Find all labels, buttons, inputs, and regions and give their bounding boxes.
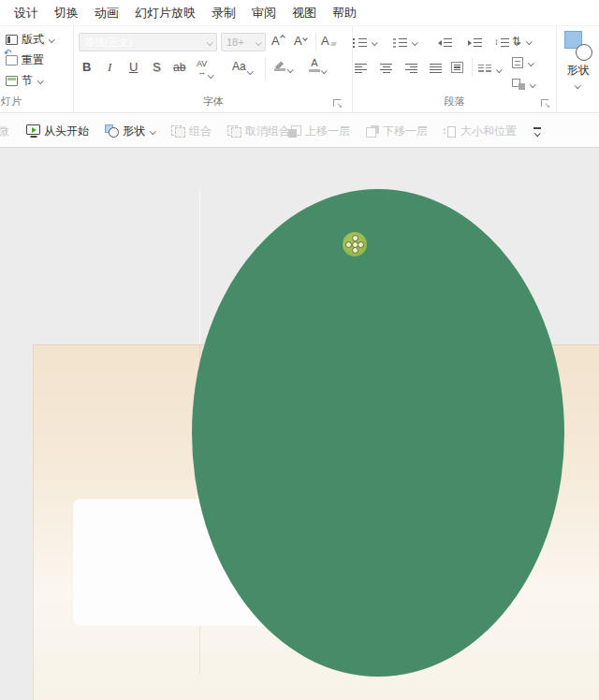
toolbar-more-button[interactable] — [533, 123, 541, 139]
font-color-button[interactable]: A — [309, 58, 327, 72]
chevron-down-icon — [256, 39, 261, 45]
more-options-icon — [533, 127, 541, 135]
slide-canvas[interactable] — [0, 148, 599, 700]
font-group-label: 字体 — [75, 95, 352, 109]
chevron-down-icon — [372, 39, 377, 45]
cursor-click-badge-icon — [343, 232, 367, 256]
italic-button[interactable]: I — [108, 60, 111, 75]
menu-item-review[interactable]: 审阅 — [252, 5, 276, 22]
menu-item-slideshow[interactable]: 幻灯片放映 — [135, 5, 196, 22]
increase-indent-icon — [468, 37, 482, 48]
align-left-button[interactable] — [355, 60, 367, 77]
distributed-button[interactable] — [451, 59, 463, 76]
decrease-indent-button[interactable] — [438, 34, 452, 51]
bring-forward-icon — [288, 125, 301, 138]
distributed-icon — [451, 62, 463, 73]
presentation-app-window: 设计 切换 动画 幻灯片放映 录制 审阅 视图 帮助 版式 重置 节 — [0, 0, 599, 700]
badge-dot — [352, 247, 358, 254]
align-text-button[interactable] — [512, 54, 533, 71]
text-highlight-button[interactable] — [274, 58, 293, 71]
chevron-down-icon — [321, 67, 327, 73]
eraser-icon — [330, 42, 336, 46]
size-position-label: 大小和位置 — [460, 124, 517, 139]
clipped-label: 微 — [0, 124, 9, 139]
section-button[interactable]: 节 — [6, 72, 43, 89]
align-text-icon — [512, 57, 523, 68]
chevron-down-icon — [302, 36, 308, 41]
slideshow-monitor-icon — [26, 124, 40, 135]
shapes-gallery-button[interactable]: 形状 — [557, 26, 599, 113]
convert-smartart-button[interactable] — [512, 76, 535, 93]
start-from-beginning-button[interactable]: 从头开始 — [26, 123, 89, 139]
shapes-toolbar-button[interactable]: 形状 — [105, 123, 155, 139]
text-direction-button[interactable] — [512, 33, 532, 50]
shrink-font-button[interactable]: A — [294, 34, 307, 48]
clipped-toolbar-item[interactable]: 微 — [0, 123, 9, 139]
size-position-button[interactable]: 大小和位置 — [442, 123, 517, 139]
menu-item-animations[interactable]: 动画 — [95, 5, 119, 22]
green-ellipse-shape[interactable] — [192, 189, 564, 677]
increase-indent-button[interactable] — [468, 34, 482, 51]
vertical-guide-line-upper — [199, 190, 200, 344]
layout-icon — [6, 35, 18, 45]
section-icon — [6, 76, 18, 86]
chevron-down-icon — [575, 82, 580, 88]
chevron-down-icon — [207, 39, 212, 45]
character-spacing-button[interactable]: AV — [197, 60, 213, 77]
chevron-down-icon — [247, 68, 253, 74]
group-icon — [171, 125, 185, 138]
clear-formatting-button[interactable]: A — [321, 34, 336, 48]
align-center-button[interactable] — [380, 60, 392, 77]
menu-item-design[interactable]: 设计 — [14, 5, 38, 22]
chevron-down-icon — [287, 66, 293, 72]
chevron-down-icon — [37, 78, 43, 83]
ungroup-button[interactable]: 取消组合 — [227, 123, 290, 139]
group-button[interactable]: 组合 — [171, 123, 212, 139]
menu-item-transitions[interactable]: 切换 — [54, 5, 79, 22]
numbered-list-button[interactable] — [393, 34, 417, 51]
section-label: 节 — [22, 73, 33, 89]
reset-icon — [6, 55, 18, 66]
bring-forward-button[interactable]: 上移一层 — [288, 123, 350, 139]
group-label: 组合 — [189, 124, 212, 139]
layout-label: 版式 — [22, 32, 44, 48]
underline-button[interactable]: U — [129, 60, 138, 74]
justify-button[interactable] — [430, 60, 442, 77]
menu-item-help[interactable]: 帮助 — [332, 5, 357, 22]
columns-button[interactable] — [478, 61, 502, 78]
change-case-button[interactable]: Aa — [232, 60, 252, 73]
reset-button[interactable]: 重置 — [6, 51, 44, 68]
paragraph-group-label: 段落 — [353, 95, 556, 109]
send-backward-icon — [366, 125, 379, 138]
text-shadow-button[interactable]: S — [153, 60, 161, 74]
align-right-icon — [405, 64, 417, 73]
font-size-value: 18+ — [226, 36, 255, 48]
send-backward-label: 下移一层 — [383, 124, 428, 139]
grow-font-button[interactable]: A — [271, 34, 285, 48]
bullet-list-button[interactable] — [353, 34, 377, 51]
strikethrough-button[interactable]: ab — [173, 61, 185, 74]
font-color-icon: A — [309, 58, 320, 72]
shapes-icon — [562, 31, 594, 61]
font-group: 等线(正文) 18+ A A A B I U S — [75, 26, 353, 113]
font-name-combobox[interactable]: 等线(正文) — [79, 33, 217, 51]
bold-button[interactable]: B — [82, 60, 91, 74]
change-case-icon: Aa — [232, 60, 246, 73]
menu-item-view[interactable]: 视图 — [292, 5, 316, 22]
send-backward-button[interactable]: 下移一层 — [366, 123, 428, 139]
highlighter-pen-icon — [274, 58, 286, 71]
menu-item-record[interactable]: 录制 — [212, 5, 236, 22]
divider — [472, 58, 473, 77]
size-position-icon — [442, 125, 457, 138]
color-bar — [309, 69, 320, 72]
slides-group-label: 灯片 — [1, 95, 73, 109]
text-direction-icon — [512, 35, 521, 48]
shrink-font-letter: A — [294, 34, 302, 48]
font-size-combobox[interactable]: 18+ — [221, 33, 266, 51]
numbered-list-icon — [393, 37, 407, 48]
layout-button[interactable]: 版式 — [6, 31, 54, 48]
ungroup-label: 取消组合 — [245, 124, 290, 139]
bullet-list-icon — [353, 37, 367, 48]
smartart-icon — [512, 79, 525, 90]
align-right-button[interactable] — [405, 60, 417, 77]
